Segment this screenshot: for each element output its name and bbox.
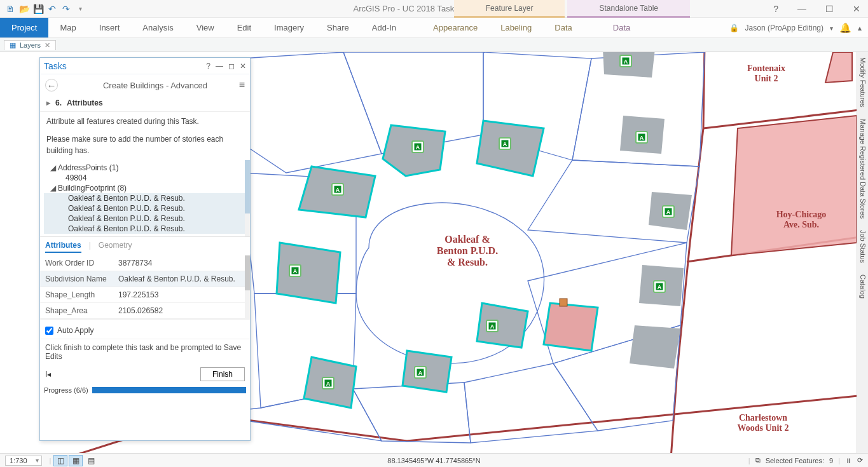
selection-icon: ⧉	[755, 456, 761, 464]
tab-insert[interactable]: Insert	[88, 18, 132, 37]
step-back-icon[interactable]: I◂	[45, 370, 51, 379]
ribbon-collapse-icon[interactable]: ▴	[858, 24, 862, 32]
tasks-autohide-icon[interactable]: —	[216, 62, 223, 71]
panel-catalog[interactable]: Catalog	[858, 272, 867, 301]
svg-marker-8	[277, 243, 340, 303]
tab-appearance[interactable]: Appearance	[422, 18, 489, 37]
grid-tool-icon[interactable]: ▦	[69, 455, 83, 466]
attr-key: Work Order ID	[40, 255, 113, 271]
context-tab-headers: Feature Layer Standalone Table	[454, 0, 690, 18]
tasks-help-icon[interactable]: ?	[206, 62, 210, 71]
attr-val[interactable]: 197.225153	[113, 287, 250, 303]
svg-text:A: A	[503, 141, 507, 147]
panel-job-status[interactable]: Job Status	[858, 227, 867, 266]
open-project-icon[interactable]: 📂	[18, 3, 31, 15]
panel-modify-features[interactable]: Modify Features	[858, 55, 867, 110]
tab-project[interactable]: Project	[0, 18, 48, 37]
tab-edit[interactable]: Edit	[226, 18, 263, 37]
svg-text:Fontenaix: Fontenaix	[747, 64, 785, 73]
svg-marker-11	[477, 303, 528, 348]
tree-scrollbar[interactable]	[245, 160, 250, 236]
attr-val[interactable]: 2105.026582	[113, 303, 250, 319]
tasks-breadcrumb-row: ← Create Buildings - Advanced ≡	[40, 74, 250, 96]
tasks-close-icon[interactable]: ✕	[240, 62, 246, 71]
tab-analysis[interactable]: Analysis	[131, 18, 184, 37]
maximize-icon[interactable]: ☐	[822, 4, 837, 14]
area-fontenaix	[825, 52, 852, 83]
close-icon[interactable]: ✕	[849, 4, 864, 14]
tree-addresspoints[interactable]: AddressPoints (1)	[58, 163, 118, 172]
tab-addin[interactable]: Add-In	[361, 18, 408, 37]
doc-tab-close-icon[interactable]: ✕	[45, 41, 50, 50]
svg-text:A: A	[658, 284, 662, 290]
refresh-icon[interactable]: ⟳	[857, 456, 863, 464]
auto-apply-row: Auto Apply	[40, 319, 250, 339]
feature-tree[interactable]: ◢AddressPoints (1) 49804 ◢BuildingFootpr…	[40, 160, 250, 236]
attr-val[interactable]: Oakleaf & Benton P.U.D. & Resub.	[113, 271, 250, 287]
svg-rect-46	[560, 299, 567, 306]
scale-selector[interactable]: 1:730	[5, 456, 42, 466]
finish-button[interactable]: Finish	[200, 367, 245, 381]
snapping-tool-icon[interactable]: ◫	[53, 455, 67, 466]
tab-view[interactable]: View	[185, 18, 226, 37]
instr-line-2: Please make sure to add the number of st…	[46, 133, 244, 156]
selected-features-count: 9	[829, 457, 833, 464]
tab-share[interactable]: Share	[315, 18, 361, 37]
auto-apply-checkbox[interactable]	[45, 327, 53, 335]
step-expand-icon[interactable]: ▸	[46, 98, 50, 107]
doc-tab-layers[interactable]: ▦ Layers ✕	[4, 40, 56, 50]
tree-bf-item[interactable]: Oakleaf & Benton P.U.D. & Resub.	[44, 213, 246, 224]
attrs-scrollbar[interactable]	[245, 255, 250, 319]
constraints-tool-icon[interactable]: ▤	[84, 455, 98, 466]
title-bar: 🗎 📂 💾 ↶ ↷ ▾ ArcGIS Pro - UC 2018 Tasks D…	[0, 0, 868, 18]
user-dropdown-icon[interactable]: ▾	[830, 25, 833, 32]
help-icon[interactable]: ?	[769, 4, 782, 14]
selected-features-label: Selected Features:	[766, 457, 824, 464]
document-tabs: ▦ Layers ✕	[0, 38, 868, 52]
svg-text:A: A	[336, 187, 340, 193]
attr-key: Shape_Area	[40, 303, 113, 319]
back-icon[interactable]: ←	[45, 79, 58, 91]
user-area: 🔒 Jason (ProApp Editing) ▾ 🔔 ▴	[729, 18, 862, 38]
attr-key: Shape_Length	[40, 287, 113, 303]
tree-ap-child[interactable]: 49804	[44, 173, 246, 183]
ribbon: Project Map Insert Analysis View Edit Im…	[0, 18, 868, 38]
attr-key: Subdivision Name	[40, 271, 113, 287]
context-header-feature-layer: Feature Layer	[454, 0, 565, 18]
tree-bf-item[interactable]: Oakleaf & Benton P.U.D. & Resub.	[44, 224, 246, 234]
username[interactable]: Jason (ProApp Editing)	[745, 24, 823, 32]
tab-imagery[interactable]: Imagery	[263, 18, 315, 37]
tab-labeling[interactable]: Labeling	[489, 18, 543, 37]
qat-dropdown-icon[interactable]: ▾	[74, 3, 86, 15]
svg-text:A: A	[326, 381, 331, 387]
tasks-menu-icon[interactable]: ≡	[239, 79, 245, 91]
pause-drawing-icon[interactable]: ⏸	[845, 457, 852, 464]
tab-data-table[interactable]: Data	[602, 18, 642, 37]
finish-row: Click finish to complete this task and b…	[40, 339, 250, 384]
new-project-icon[interactable]: 🗎	[4, 3, 17, 15]
panel-manage-data-stores[interactable]: Manage Registered Data Stores	[858, 116, 867, 221]
attr-val[interactable]: 38778734	[113, 255, 250, 271]
attributes-grid[interactable]: Work Order ID38778734 Subdivision NameOa…	[40, 255, 250, 319]
tree-bf-item[interactable]: Oakleaf & Benton P.U.D. & Resub.	[44, 203, 246, 213]
notifications-icon[interactable]: 🔔	[839, 22, 851, 34]
svg-text:A: A	[666, 209, 671, 215]
tab-attributes[interactable]: Attributes	[45, 241, 81, 253]
svg-text:Oakleaf &: Oakleaf &	[444, 234, 490, 245]
redo-icon[interactable]: ↷	[60, 3, 72, 15]
save-icon[interactable]: 💾	[32, 3, 45, 15]
tree-bf-item[interactable]: Oakleaf & Benton P.U.D. & Resub.	[44, 193, 246, 203]
area-hoy	[731, 116, 857, 255]
tab-map[interactable]: Map	[48, 18, 87, 37]
undo-icon[interactable]: ↶	[46, 3, 59, 15]
tree-buildingfootprint[interactable]: BuildingFootprint (8)	[58, 184, 127, 193]
tasks-dock-icon[interactable]: ◻	[228, 62, 235, 71]
tab-data-feature[interactable]: Data	[543, 18, 583, 37]
tab-geometry[interactable]: Geometry	[99, 241, 132, 253]
quick-access-toolbar: 🗎 📂 💾 ↶ ↷ ▾	[0, 3, 86, 15]
map-view-icon: ▦	[10, 41, 16, 50]
minimize-icon[interactable]: —	[794, 4, 810, 14]
svg-text:Ave. Sub.: Ave. Sub.	[783, 220, 819, 229]
progress-label: Progress (6/6)	[44, 386, 88, 394]
progress-bar	[92, 387, 246, 393]
